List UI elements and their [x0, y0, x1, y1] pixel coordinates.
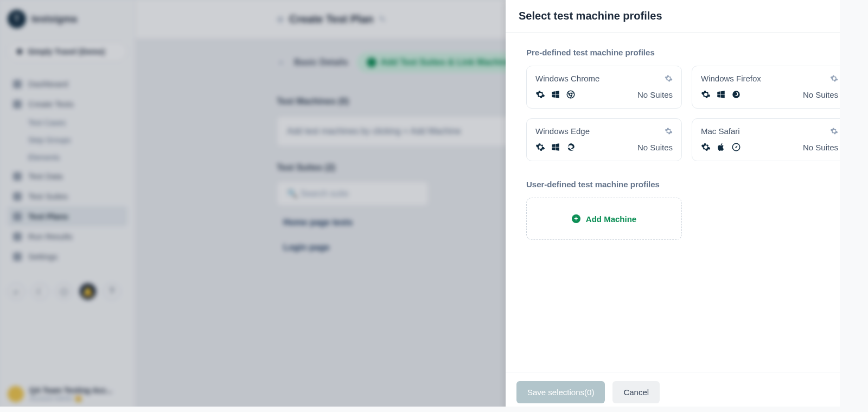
profile-name: Windows Edge — [535, 126, 590, 136]
add-machine-label: Add Machine — [586, 214, 636, 224]
windows-icon — [716, 90, 726, 99]
gear-icon — [701, 90, 711, 99]
profile-card-windows-chrome[interactable]: Windows Chrome No Suites — [526, 66, 682, 109]
close-icon[interactable] — [844, 11, 855, 22]
safari-icon — [731, 142, 741, 152]
drawer-footer: Save selections(0) Cancel — [506, 372, 868, 412]
suites-count: No Suites — [803, 90, 838, 99]
add-machine-button[interactable]: + Add Machine — [526, 198, 682, 240]
machine-profiles-drawer: Select test machine profiles Pre-defined… — [506, 0, 868, 412]
save-button[interactable]: Save selections(0) — [516, 381, 605, 403]
cancel-button[interactable]: Cancel — [612, 381, 660, 403]
apple-icon — [716, 142, 726, 152]
profile-name: Windows Chrome — [535, 74, 599, 83]
edge-icon — [566, 142, 576, 152]
chrome-icon — [566, 90, 576, 99]
drawer-title: Select test machine profiles — [519, 10, 662, 22]
gear-icon[interactable] — [830, 74, 838, 83]
gear-icon — [535, 90, 545, 99]
profile-card-windows-firefox[interactable]: Windows Firefox No Suites — [692, 66, 847, 109]
firefox-icon — [731, 90, 741, 99]
plus-icon: + — [572, 214, 580, 223]
windows-icon — [551, 90, 560, 99]
gear-icon[interactable] — [830, 127, 838, 135]
gear-icon[interactable] — [665, 127, 673, 135]
profile-name: Mac Safari — [701, 126, 740, 136]
predefined-profiles-grid: Windows Chrome No Suites Windows Firefox — [526, 66, 847, 161]
drawer-header: Select test machine profiles — [506, 0, 868, 33]
profile-card-mac-safari[interactable]: Mac Safari No Suites — [692, 118, 847, 161]
gear-icon — [701, 142, 711, 152]
gear-icon[interactable] — [665, 74, 673, 83]
profile-card-windows-edge[interactable]: Windows Edge No Suites — [526, 118, 682, 161]
gear-icon — [535, 142, 545, 152]
suites-count: No Suites — [637, 143, 673, 152]
drawer-body: Pre-defined test machine profiles Window… — [506, 33, 868, 372]
userdefined-section-label: User-defined test machine profiles — [526, 180, 847, 189]
predefined-section-label: Pre-defined test machine profiles — [526, 48, 847, 57]
windows-icon — [551, 142, 560, 152]
profile-name: Windows Firefox — [701, 74, 761, 83]
suites-count: No Suites — [637, 90, 673, 99]
suites-count: No Suites — [803, 143, 838, 152]
